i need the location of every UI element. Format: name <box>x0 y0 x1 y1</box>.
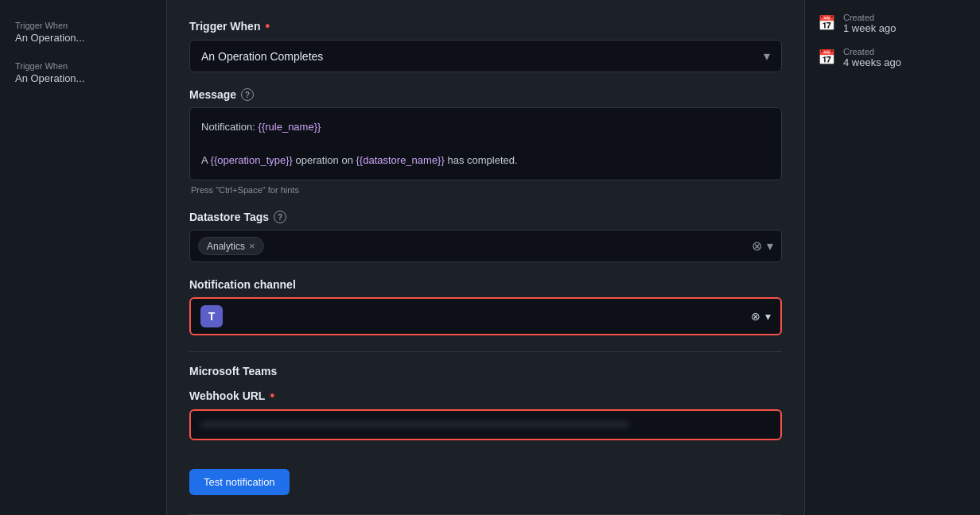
message-group: Message ? Notification: {{rule_name}} A … <box>189 88 782 195</box>
datastore-tags-label: Datastore Tags ? <box>189 211 782 223</box>
sidebar-item-2-value: An Operation... <box>15 72 154 84</box>
analytics-tag-remove[interactable]: × <box>249 240 255 252</box>
channel-actions: ⊗ ▾ <box>751 310 771 323</box>
test-notification-button[interactable]: Test notification <box>189 469 290 495</box>
message-help-icon[interactable]: ? <box>241 88 254 101</box>
message-textarea[interactable]: Notification: {{rule_name}} A {{operatio… <box>189 107 782 180</box>
trigger-when-select[interactable]: An Operation Completes ▾ <box>189 40 782 72</box>
datastore-tags-help-icon[interactable]: ? <box>274 211 286 223</box>
channel-clear-icon[interactable]: ⊗ <box>751 310 760 323</box>
notification-channel-group: Notification channel T ⊗ ▾ <box>189 278 782 335</box>
message-label: Message ? <box>189 88 782 101</box>
form-panel: Trigger When • An Operation Completes ▾ … <box>167 0 805 515</box>
tags-input[interactable]: Analytics × ⊗ ▾ <box>189 230 782 262</box>
created-label-2: Created <box>843 47 901 56</box>
analytics-tag-label: Analytics <box>207 241 245 252</box>
message-line2: A {{operation_type}} operation on {{data… <box>201 153 770 169</box>
section-divider <box>189 351 782 352</box>
main-content: Trigger When • An Operation Completes ▾ … <box>167 0 980 515</box>
message-hint: Press "Ctrl+Space" for hints <box>189 185 782 195</box>
rule-name-var: {{rule_name}} <box>259 121 321 133</box>
webhook-url-input[interactable]: ••••••••••••••••••••••••••••••••••••••••… <box>189 409 782 440</box>
meta-item-2-text: Created 4 weeks ago <box>843 47 901 68</box>
channel-select[interactable]: T ⊗ ▾ <box>189 297 782 335</box>
meta-item-1: 📅 Created 1 week ago <box>818 13 967 34</box>
created-value-2: 4 weeks ago <box>843 56 901 68</box>
webhook-url-required: • <box>270 389 274 403</box>
right-panel: 📅 Created 1 week ago 📅 Created 4 weeks a… <box>805 0 980 515</box>
tags-chevron-icon[interactable]: ▾ <box>767 238 773 254</box>
teams-icon: T <box>200 305 223 327</box>
meta-item-2: 📅 Created 4 weeks ago <box>818 47 967 68</box>
operation-type-var: {{operation_type}} <box>211 154 293 166</box>
sidebar-item-2-label: Trigger When <box>15 61 154 71</box>
calendar-icon-2: 📅 <box>818 48 835 66</box>
datastore-name-var: {{datastore_name}} <box>356 154 444 166</box>
message-line1: Notification: {{rule_name}} <box>201 119 770 136</box>
sidebar: Trigger When An Operation... Trigger Whe… <box>0 0 167 515</box>
created-value-1: 1 week ago <box>843 22 896 34</box>
chevron-down-icon: ▾ <box>764 48 770 64</box>
meta-item-1-text: Created 1 week ago <box>843 13 896 34</box>
trigger-when-value: An Operation Completes <box>201 50 323 63</box>
notification-channel-label: Notification channel <box>189 278 782 291</box>
section-title: Microsoft Teams <box>189 365 782 378</box>
webhook-url-value: ••••••••••••••••••••••••••••••••••••••••… <box>202 419 629 431</box>
sidebar-item-2[interactable]: Trigger When An Operation... <box>0 53 166 92</box>
trigger-when-required: • <box>265 19 270 33</box>
webhook-url-label: Webhook URL • <box>189 389 782 403</box>
sidebar-item-1-label: Trigger When <box>15 21 154 30</box>
sidebar-item-1[interactable]: Trigger When An Operation... <box>0 13 166 52</box>
analytics-tag: Analytics × <box>198 237 264 255</box>
tags-actions: ⊗ ▾ <box>752 238 773 254</box>
trigger-when-group: Trigger When • An Operation Completes ▾ <box>189 19 782 72</box>
tags-clear-icon[interactable]: ⊗ <box>752 238 762 254</box>
channel-chevron-icon[interactable]: ▾ <box>765 310 771 323</box>
trigger-when-label: Trigger When • <box>189 19 782 33</box>
calendar-icon-1: 📅 <box>818 14 835 32</box>
created-label-1: Created <box>843 13 896 22</box>
datastore-tags-group: Datastore Tags ? Analytics × ⊗ ▾ <box>189 211 782 262</box>
sidebar-item-1-value: An Operation... <box>15 32 154 44</box>
webhook-url-group: Webhook URL • ••••••••••••••••••••••••••… <box>189 389 782 440</box>
